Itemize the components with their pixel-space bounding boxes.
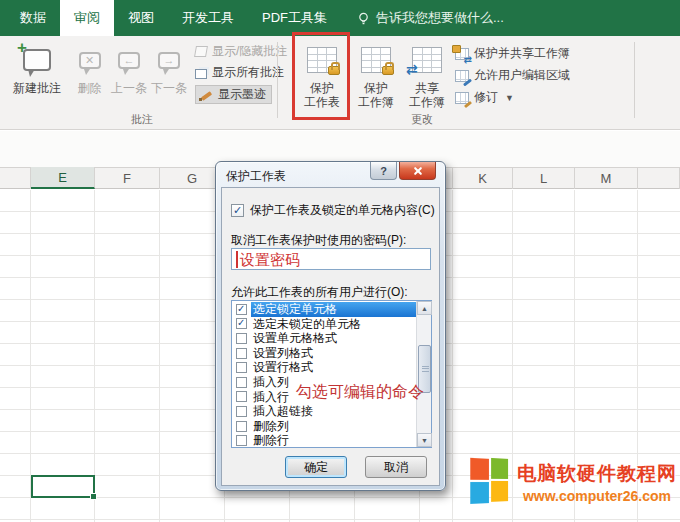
dialog-title-bar[interactable]: 保护工作表 ?	[216, 162, 445, 187]
show-ink-button[interactable]: 显示墨迹	[195, 85, 272, 104]
list-item-label: 删除列	[251, 419, 416, 434]
checkbox-icon[interactable]	[231, 204, 244, 217]
dialog-body: 保护工作表及锁定的单元格内容(C) 取消工作表保护时使用的密码(P): 设置密码…	[221, 187, 440, 486]
column-header-K[interactable]: K	[453, 167, 513, 189]
allow-users-label: 允许此工作表的所有用户进行(O):	[231, 284, 408, 301]
tab-review[interactable]: 审阅	[60, 0, 114, 36]
list-item[interactable]: 选定未锁定的单元格	[233, 317, 416, 332]
list-item-label: 选定锁定单元格	[251, 302, 416, 317]
show-ink-label: 显示墨迹	[218, 86, 266, 103]
list-item-label: 插入超链接	[251, 404, 416, 419]
group-separator	[634, 42, 635, 118]
list-item-label: 设置行格式	[251, 360, 416, 375]
new-comment-button[interactable]: + 新建批注	[6, 40, 68, 120]
protect-contents-checkbox-row[interactable]: 保护工作表及锁定的单元格内容(C)	[231, 202, 435, 219]
column-header-partial[interactable]	[638, 167, 680, 189]
ok-button[interactable]: 确定	[285, 456, 347, 478]
previous-comment-icon: ←	[118, 52, 140, 69]
next-comment-icon: →	[158, 52, 180, 69]
protect-sheet-dialog: 保护工作表 ? 保护工作表及锁定的单元格内容(C) 取消工作表保护时使用的密码(…	[215, 161, 446, 491]
show-hide-comments-icon	[194, 46, 208, 57]
help-icon: ?	[380, 165, 387, 177]
password-annotation-text: 设置密码	[236, 251, 300, 268]
checkbox-icon[interactable]	[236, 391, 247, 402]
checkbox-icon[interactable]	[236, 435, 247, 446]
list-item[interactable]: 设置单元格格式	[233, 331, 416, 346]
protect-contents-checkbox-label: 保护工作表及锁定的单元格内容(C)	[250, 202, 435, 219]
password-input[interactable]: 设置密码	[231, 248, 431, 270]
watermark: 电脑软硬件教程网 www.computer26.com	[472, 459, 677, 505]
tab-view[interactable]: 视图	[114, 0, 168, 36]
show-all-comments-button[interactable]: 显示所有批注	[195, 63, 284, 82]
password-label: 取消工作表保护时使用的密码(P):	[231, 232, 406, 249]
show-all-comments-icon	[195, 69, 207, 79]
protect-workbook-icon	[361, 47, 391, 73]
lock-icon	[382, 66, 394, 75]
list-item-label: 设置列格式	[251, 346, 416, 361]
red-annotation-text: 勾选可编辑的命令	[296, 382, 424, 403]
share-workbook-icon: ⇄	[412, 47, 442, 73]
allow-users-edit-label: 允许用户编辑区域	[474, 67, 570, 84]
red-highlight-box	[292, 32, 350, 120]
permissions-listbox[interactable]: 选定锁定单元格 选定未锁定的单元格 设置单元格格式 设置列格式 设置行格式 插入…	[231, 300, 432, 448]
checkbox-icon[interactable]	[236, 377, 247, 388]
tab-data[interactable]: 数据	[6, 0, 60, 36]
scrollbar[interactable]: ▲ ▼	[416, 301, 431, 447]
tab-developer[interactable]: 开发工具	[168, 0, 248, 36]
new-comment-icon: +	[23, 49, 51, 71]
checkbox-icon[interactable]	[236, 406, 247, 417]
previous-comment-button: ← 上一条	[110, 40, 148, 120]
checkbox-icon[interactable]	[236, 318, 247, 329]
delete-comment-button: ✕ 删除	[71, 40, 108, 120]
list-item[interactable]: 删除列	[233, 419, 416, 434]
protect-workbook-button[interactable]: 保护 工作簿	[352, 40, 400, 120]
scroll-down-icon[interactable]: ▼	[417, 433, 432, 447]
list-item[interactable]: 选定锁定单元格	[233, 302, 416, 317]
list-item[interactable]: 删除行	[233, 433, 416, 448]
next-comment-button: → 下一条	[149, 40, 189, 120]
show-hide-comments-button: 显示/隐藏批注	[195, 42, 287, 61]
close-icon	[413, 166, 423, 176]
protect-and-share-label: 保护并共享工作簿	[474, 45, 570, 62]
column-header-M[interactable]: M	[575, 167, 638, 189]
new-comment-label: 新建批注	[13, 81, 61, 95]
cancel-button[interactable]: 取消	[365, 456, 427, 478]
previous-comment-label: 上一条	[111, 81, 147, 95]
list-item-label: 设置单元格格式	[251, 331, 416, 346]
ribbon-tab-bar: 数据 审阅 视图 开发工具 PDF工具集 告诉我您想要做什么...	[0, 0, 680, 36]
tab-pdf-tools[interactable]: PDF工具集	[248, 0, 341, 36]
lightbulb-icon	[357, 12, 370, 25]
track-changes-label: 修订	[474, 89, 498, 106]
selected-cell[interactable]	[31, 475, 95, 498]
checkbox-icon[interactable]	[236, 421, 247, 432]
help-button[interactable]: ?	[370, 162, 397, 180]
next-comment-label: 下一条	[151, 81, 187, 95]
protect-and-share-button[interactable]: 保护并共享工作簿	[455, 44, 570, 63]
tell-me-box[interactable]: 告诉我您想要做什么...	[357, 0, 504, 36]
scroll-up-icon[interactable]: ▲	[417, 301, 432, 315]
column-header-F[interactable]: F	[95, 167, 160, 189]
checkbox-icon[interactable]	[236, 333, 247, 344]
track-changes-button[interactable]: 修订 ▼	[455, 88, 514, 107]
list-item[interactable]: 设置行格式	[233, 360, 416, 375]
protect-and-share-icon	[455, 48, 469, 60]
share-workbook-button[interactable]: ⇄ 共享 工作簿	[403, 40, 451, 120]
checkbox-icon[interactable]	[236, 304, 247, 315]
checkbox-icon[interactable]	[236, 362, 247, 373]
column-header-partial[interactable]	[0, 167, 31, 189]
watermark-url: www.computer26.com	[523, 488, 671, 504]
windows-flag-logo	[470, 457, 510, 508]
share-workbook-label-line1: 共享	[415, 81, 439, 95]
allow-users-edit-button[interactable]: 允许用户编辑区域	[455, 66, 570, 85]
tell-me-label: 告诉我您想要做什么...	[376, 9, 504, 27]
checkbox-icon[interactable]	[236, 348, 247, 359]
list-item[interactable]: 设置列格式	[233, 346, 416, 361]
column-header-L[interactable]: L	[513, 167, 575, 189]
group-separator	[277, 42, 278, 118]
list-item[interactable]: 插入超链接	[233, 404, 416, 419]
column-header-E[interactable]: E	[31, 167, 95, 189]
show-ink-icon	[199, 89, 213, 101]
track-changes-icon	[455, 92, 469, 104]
chevron-down-icon: ▼	[505, 93, 514, 103]
close-button[interactable]	[399, 162, 436, 180]
